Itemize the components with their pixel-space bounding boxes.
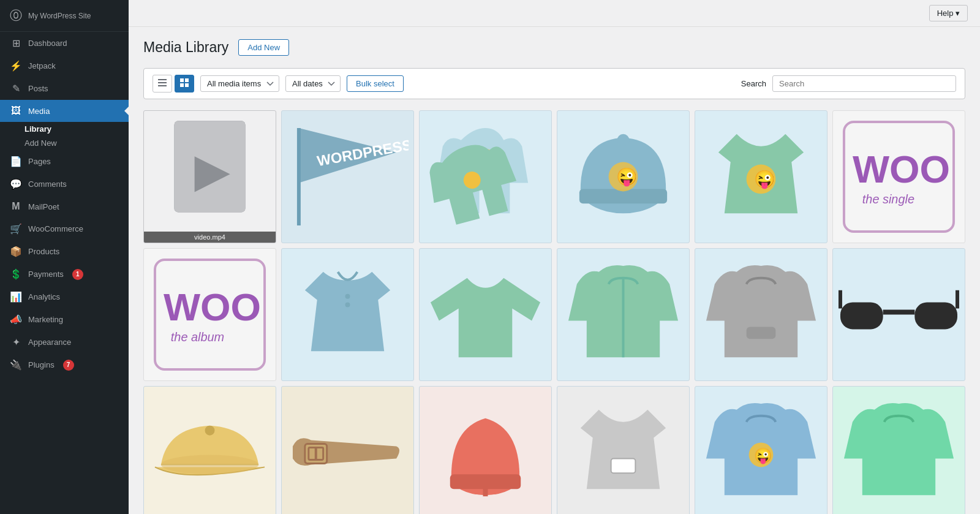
media-item[interactable]: 😜 bbox=[695, 110, 827, 243]
search-input[interactable] bbox=[772, 75, 956, 92]
media-item-inner bbox=[282, 387, 413, 514]
svg-text:the album: the album bbox=[171, 330, 224, 344]
add-new-button[interactable]: Add New bbox=[238, 39, 289, 56]
jetpack-icon: ⚡ bbox=[10, 60, 22, 72]
media-item-inner bbox=[420, 111, 551, 243]
media-item[interactable] bbox=[832, 248, 965, 381]
media-item-inner bbox=[557, 387, 689, 514]
sidebar-item-jetpack[interactable]: ⚡ Jetpack bbox=[0, 55, 129, 77]
media-item[interactable] bbox=[557, 386, 690, 514]
payments-badge: 1 bbox=[72, 269, 83, 280]
analytics-icon: 📊 bbox=[10, 291, 22, 303]
media-type-filter[interactable]: All media items Images Audio Video bbox=[200, 75, 279, 92]
sidebar-item-label: Posts bbox=[28, 84, 48, 93]
svg-rect-31 bbox=[747, 327, 776, 339]
media-item[interactable] bbox=[557, 248, 690, 381]
media-item[interactable]: WOO the album bbox=[143, 248, 276, 381]
sidebar-item-mailpoet[interactable]: M MailPoet bbox=[0, 195, 129, 217]
pages-icon: 📄 bbox=[10, 156, 22, 167]
sidebar-item-media[interactable]: 🖼 Media bbox=[0, 100, 129, 122]
media-item-inner bbox=[282, 249, 413, 380]
media-item[interactable]: video.mp4 bbox=[143, 110, 276, 243]
media-item[interactable] bbox=[832, 386, 965, 514]
media-item-inner bbox=[695, 249, 827, 380]
svg-text:WOO: WOO bbox=[164, 285, 261, 328]
media-item[interactable] bbox=[419, 110, 552, 243]
svg-rect-5 bbox=[180, 83, 184, 87]
sidebar-item-appearance[interactable]: ✦ Appearance bbox=[0, 331, 129, 353]
sidebar-item-dashboard[interactable]: ⊞ Dashboard bbox=[0, 32, 129, 55]
media-item[interactable]: WOO the single bbox=[832, 110, 965, 243]
page-header: Media Library Add New bbox=[143, 39, 965, 56]
media-item-inner: WOO the album bbox=[144, 249, 276, 380]
view-toggle bbox=[153, 75, 194, 93]
sidebar-item-payments[interactable]: 💲 Payments 1 bbox=[0, 263, 129, 285]
sidebar-item-label: Plugins bbox=[28, 360, 55, 369]
media-item[interactable] bbox=[419, 248, 552, 381]
media-item[interactable]: 😜 bbox=[557, 110, 690, 243]
sidebar-item-woocommerce[interactable]: 🛒 WooCommerce bbox=[0, 217, 129, 240]
media-item-inner bbox=[557, 249, 689, 380]
media-item[interactable] bbox=[281, 248, 414, 381]
media-item[interactable]: WORDPRESS bbox=[281, 110, 414, 243]
sidebar-item-plugins[interactable]: 🔌 Plugins 7 bbox=[0, 353, 129, 376]
media-item-inner bbox=[833, 249, 965, 380]
svg-text:😜: 😜 bbox=[616, 167, 638, 187]
media-item[interactable] bbox=[695, 248, 827, 381]
marketing-icon: 📣 bbox=[10, 314, 22, 325]
media-item[interactable] bbox=[143, 386, 276, 514]
sidebar-item-label: Products bbox=[28, 247, 59, 256]
sidebar-item-posts[interactable]: ✎ Posts bbox=[0, 77, 129, 100]
search-label: Search bbox=[741, 79, 766, 88]
date-filter[interactable]: All dates bbox=[285, 75, 341, 92]
media-grid: video.mp4 WORDPRESS bbox=[143, 110, 965, 514]
media-item-inner: 😜 bbox=[695, 111, 827, 243]
media-item-inner: 😜 bbox=[557, 111, 689, 243]
sidebar-sub-add-new[interactable]: Add New bbox=[0, 136, 129, 150]
bulk-select-button[interactable]: Bulk select bbox=[347, 75, 404, 92]
content-area: Media Library Add New All media items Im… bbox=[129, 27, 980, 514]
sidebar-item-label: Media bbox=[28, 107, 50, 116]
sidebar-item-pages[interactable]: 📄 Pages bbox=[0, 150, 129, 173]
media-item-inner bbox=[144, 111, 276, 243]
sidebar: ⓪ My WordPress Site ⊞ Dashboard ⚡ Jetpac… bbox=[0, 0, 129, 514]
help-button[interactable]: Help ▾ bbox=[929, 5, 968, 21]
grid-view-button[interactable] bbox=[175, 75, 194, 93]
appearance-icon: ✦ bbox=[10, 336, 22, 348]
sidebar-sub-library[interactable]: Library bbox=[0, 122, 129, 136]
sidebar-item-label: Dashboard bbox=[28, 39, 67, 48]
svg-rect-1 bbox=[158, 82, 167, 83]
media-item-inner bbox=[420, 387, 551, 514]
media-filename: video.mp4 bbox=[144, 232, 276, 243]
list-view-button[interactable] bbox=[153, 75, 172, 93]
main-content: Help ▾ Media Library Add New All media i… bbox=[129, 0, 980, 514]
svg-text:WOO: WOO bbox=[853, 147, 950, 191]
svg-rect-6 bbox=[185, 83, 189, 87]
posts-icon: ✎ bbox=[10, 83, 22, 94]
svg-rect-4 bbox=[185, 78, 189, 82]
media-item[interactable]: 😜 bbox=[695, 386, 827, 514]
sidebar-item-comments[interactable]: 💬 Comments bbox=[0, 173, 129, 195]
sidebar-item-label: Payments bbox=[28, 270, 64, 279]
media-item[interactable] bbox=[281, 386, 414, 514]
payments-icon: 💲 bbox=[10, 268, 22, 280]
wordpress-logo: ⓪ My WordPress Site bbox=[0, 0, 129, 32]
sidebar-item-label: Pages bbox=[28, 157, 51, 166]
media-item-inner bbox=[833, 387, 965, 514]
svg-point-29 bbox=[345, 303, 350, 308]
svg-rect-2 bbox=[158, 85, 167, 86]
media-item[interactable] bbox=[419, 386, 552, 514]
svg-rect-33 bbox=[914, 303, 957, 330]
filter-bar: All media items Images Audio Video All d… bbox=[143, 68, 965, 99]
sidebar-item-products[interactable]: 📦 Products bbox=[0, 240, 129, 263]
svg-rect-46 bbox=[611, 458, 636, 473]
svg-rect-32 bbox=[840, 303, 883, 330]
sidebar-item-marketing[interactable]: 📣 Marketing bbox=[0, 308, 129, 331]
topbar: Help ▾ bbox=[129, 0, 980, 27]
sidebar-item-analytics[interactable]: 📊 Analytics bbox=[0, 285, 129, 308]
plugins-badge: 7 bbox=[63, 360, 74, 371]
media-item-inner: 😜 bbox=[695, 387, 827, 514]
svg-text:😜: 😜 bbox=[754, 447, 772, 464]
sidebar-item-label: Comments bbox=[28, 180, 67, 189]
sidebar-item-label: MailPoet bbox=[28, 202, 59, 211]
